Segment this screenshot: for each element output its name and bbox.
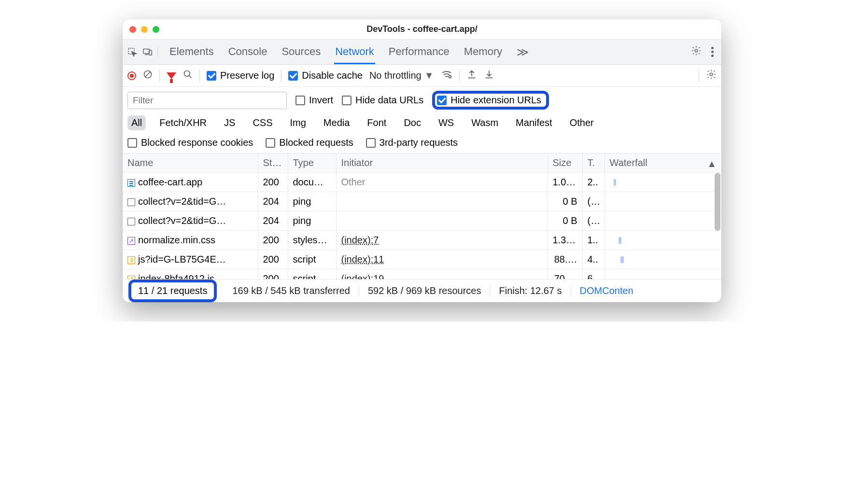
- more-tabs-button[interactable]: ≫: [516, 41, 528, 64]
- invert-label: Invert: [309, 95, 333, 106]
- throttling-value: No throttling: [369, 70, 422, 81]
- network-settings-icon[interactable]: [706, 69, 717, 82]
- request-type: docu…: [288, 173, 336, 192]
- type-fetch-xhr[interactable]: Fetch/XHR: [155, 115, 211, 130]
- panel-tabs: Elements Console Sources Network Perform…: [169, 41, 687, 64]
- hide-extension-urls-checkbox[interactable]: Hide extension URLs: [437, 95, 541, 106]
- request-time: (…: [582, 192, 605, 211]
- request-name: normalize.min.css: [138, 235, 215, 245]
- col-size[interactable]: Size: [548, 154, 582, 173]
- type-ws[interactable]: WS: [435, 115, 458, 130]
- divider: [159, 70, 160, 82]
- hide-extension-urls-label: Hide extension URLs: [450, 95, 541, 106]
- hide-data-urls-checkbox[interactable]: Hide data URLs: [342, 95, 423, 106]
- col-time[interactable]: T.: [582, 154, 605, 173]
- css-file-icon: [127, 237, 135, 245]
- request-time: 4..: [582, 250, 605, 269]
- type-wasm[interactable]: Wasm: [467, 115, 502, 130]
- network-conditions-icon[interactable]: [441, 69, 452, 83]
- request-name: index-8bfa4912.js: [138, 273, 214, 279]
- device-toggle-icon[interactable]: [143, 47, 153, 57]
- request-time: 6..: [582, 269, 605, 280]
- kebab-menu-icon[interactable]: [708, 47, 717, 57]
- requests-table: Name St… Type Initiator Size T. Waterfal…: [123, 154, 721, 279]
- preserve-log-checkbox[interactable]: Preserve log: [207, 70, 274, 81]
- hide-data-urls-label: Hide data URLs: [355, 95, 423, 106]
- col-type[interactable]: Type: [288, 154, 336, 173]
- third-party-label: 3rd-party requests: [380, 137, 458, 148]
- request-time: 2..: [582, 173, 605, 192]
- export-har-icon[interactable]: [466, 69, 477, 82]
- tab-sources[interactable]: Sources: [281, 41, 322, 64]
- request-name: collect?v=2&tid=G…: [138, 215, 226, 226]
- devtools-window: DevTools - coffee-cart.app/ Elements Con…: [123, 19, 721, 302]
- type-media[interactable]: Media: [320, 115, 353, 130]
- import-har-icon[interactable]: [484, 69, 494, 82]
- svg-point-3: [695, 49, 698, 52]
- tab-console[interactable]: Console: [227, 41, 268, 64]
- type-js[interactable]: JS: [220, 115, 239, 130]
- request-type: styles…: [288, 231, 336, 250]
- search-icon[interactable]: [183, 70, 193, 82]
- tab-network[interactable]: Network: [334, 41, 375, 64]
- request-time: (…: [582, 211, 605, 231]
- resource-type-filter: All Fetch/XHR JS CSS Img Media Font Doc …: [123, 113, 721, 134]
- request-name: coffee-cart.app: [138, 177, 202, 187]
- table-row[interactable]: index-8bfa4912.js200script(index):1970.……: [123, 269, 721, 280]
- status-bar: 11 / 21 requests 169 kB / 545 kB transfe…: [123, 279, 721, 302]
- js-file-icon: [127, 256, 135, 264]
- table-row[interactable]: js?id=G-LB75G4E…200script(index):1188.…4…: [123, 250, 721, 269]
- type-manifest[interactable]: Manifest: [512, 115, 556, 130]
- invert-checkbox[interactable]: Invert: [295, 95, 333, 106]
- filter-toggle-icon[interactable]: [167, 72, 176, 79]
- col-name[interactable]: Name: [123, 154, 258, 173]
- table-row[interactable]: collect?v=2&tid=G…204ping0 B(…: [123, 192, 721, 211]
- preserve-log-label: Preserve log: [220, 70, 274, 81]
- blocked-cookies-checkbox[interactable]: Blocked response cookies: [127, 137, 253, 148]
- record-button[interactable]: [127, 71, 136, 80]
- settings-icon[interactable]: [691, 45, 702, 58]
- disable-cache-checkbox[interactable]: Disable cache: [288, 70, 363, 81]
- type-doc[interactable]: Doc: [400, 115, 425, 130]
- tab-elements[interactable]: Elements: [169, 41, 215, 64]
- request-size: 0 B: [548, 211, 582, 231]
- tab-performance[interactable]: Performance: [388, 41, 450, 64]
- blocked-requests-checkbox[interactable]: Blocked requests: [266, 137, 353, 148]
- type-css[interactable]: CSS: [249, 115, 276, 130]
- type-font[interactable]: Font: [363, 115, 390, 130]
- third-party-checkbox[interactable]: 3rd-party requests: [366, 137, 458, 148]
- request-name: collect?v=2&tid=G…: [138, 196, 226, 207]
- col-waterfall[interactable]: Waterfall▲: [605, 154, 721, 173]
- hide-extension-urls-highlight: Hide extension URLs: [432, 91, 549, 110]
- request-initiator[interactable]: (index):7: [341, 235, 379, 245]
- checkbox-icon: [266, 138, 275, 148]
- type-other[interactable]: Other: [566, 115, 598, 130]
- col-status[interactable]: St…: [258, 154, 288, 173]
- table-row[interactable]: normalize.min.css200styles…(index):71.3 …: [123, 231, 721, 250]
- tab-memory[interactable]: Memory: [463, 41, 503, 64]
- throttling-select[interactable]: No throttling ▼: [369, 70, 434, 81]
- request-initiator[interactable]: (index):19: [341, 273, 384, 279]
- clear-button[interactable]: [143, 70, 153, 82]
- table-row[interactable]: coffee-cart.app200docu…Other1.0 …2..: [123, 173, 721, 192]
- request-size: 1.3 …: [548, 231, 582, 250]
- filter-input[interactable]: [127, 92, 287, 109]
- requests-count-highlight: 11 / 21 requests: [128, 280, 217, 302]
- waterfall-bar: [619, 237, 621, 244]
- request-initiator[interactable]: (index):11: [341, 254, 384, 265]
- request-status: 200: [258, 250, 288, 269]
- col-initiator[interactable]: Initiator: [336, 154, 548, 173]
- checkbox-icon: [342, 96, 352, 105]
- request-initiator: Other: [341, 177, 366, 187]
- request-type: script: [288, 269, 336, 280]
- finish-time: Finish: 12.67 s: [490, 285, 571, 296]
- scrollbar[interactable]: [715, 173, 720, 231]
- request-size: 70.…: [548, 269, 582, 280]
- type-img[interactable]: Img: [286, 115, 310, 130]
- table-row[interactable]: collect?v=2&tid=G…204ping0 B(…: [123, 211, 721, 231]
- checkbox-icon: [366, 138, 376, 148]
- inspect-element-icon[interactable]: [127, 47, 137, 57]
- sort-asc-icon: ▲: [707, 158, 717, 169]
- domcontent-link[interactable]: DOMConten: [571, 285, 642, 296]
- type-all[interactable]: All: [127, 115, 146, 130]
